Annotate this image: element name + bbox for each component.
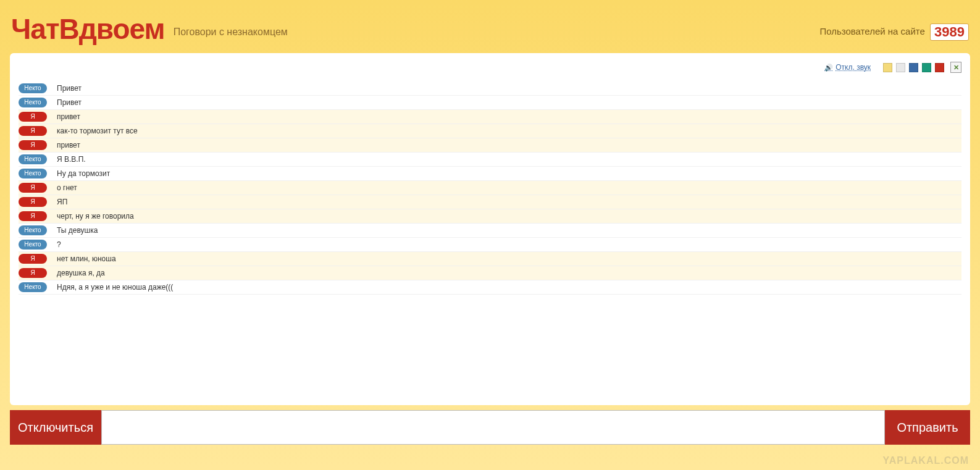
theme-swatch-yellow[interactable] (883, 63, 892, 72)
message-row: НектоПривет (19, 82, 961, 96)
close-icon[interactable]: ✕ (950, 62, 961, 73)
message-row: Яо гнет (19, 181, 961, 195)
message-text: девушка я, да (57, 269, 105, 277)
users-online: Пользователей на сайте 3989 (819, 23, 969, 41)
message-input[interactable] (101, 410, 885, 445)
chat-panel: 🔊 Откл. звук ✕ НектоПриветНектоПриветЯпр… (10, 53, 970, 405)
sender-badge-stranger: Некто (19, 282, 47, 292)
theme-swatches (883, 63, 944, 72)
send-button[interactable]: Отправить (885, 410, 970, 445)
message-text: Ну да тормозит (57, 169, 110, 178)
header: ЧатВдвоем Поговори с незнакомцем Пользов… (0, 0, 980, 53)
message-text: привет (57, 141, 80, 149)
message-text: о гнет (57, 183, 77, 192)
chat-controls: 🔊 Откл. звук ✕ (19, 59, 961, 75)
message-row: Ядевушка я, да (19, 266, 961, 280)
sender-badge-stranger: Некто (19, 83, 47, 93)
message-text: Я В.В.П. (57, 155, 86, 164)
sender-badge-me: Я (19, 183, 47, 193)
sender-badge-stranger: Некто (19, 154, 47, 164)
message-row: Ячерт, ну я же говорила (19, 209, 961, 224)
message-text: ? (57, 240, 61, 249)
speaker-icon: 🔊 (824, 64, 833, 72)
theme-swatch-blue[interactable] (909, 63, 918, 72)
theme-swatch-gray[interactable] (896, 63, 905, 72)
message-row: НектоТы девушка (19, 224, 961, 238)
message-text: Ты девушка (57, 226, 98, 235)
sender-badge-me: Я (19, 268, 47, 278)
message-text: нет млин, юноша (57, 254, 116, 263)
message-text: как-то тормозит тут все (57, 127, 138, 135)
sender-badge-me: Я (19, 254, 47, 264)
site-tagline: Поговори с незнакомцем (174, 27, 288, 38)
message-row: Япривет (19, 138, 961, 153)
message-row: НектоПривет (19, 96, 961, 110)
message-row: Некто? (19, 238, 961, 252)
watermark: YAPLAKAL.COM (883, 455, 969, 466)
sender-badge-me: Я (19, 211, 47, 221)
sender-badge-stranger: Некто (19, 225, 47, 235)
message-list: НектоПриветНектоПриветЯприветЯкак-то тор… (19, 82, 961, 295)
input-bar: Отключиться Отправить (10, 410, 970, 445)
message-text: привет (57, 112, 80, 121)
users-online-label: Пользователей на сайте (819, 26, 924, 36)
users-online-count: 3989 (930, 23, 969, 41)
message-text: ЯП (57, 198, 67, 206)
sender-badge-me: Я (19, 140, 47, 150)
message-row: НектоНдяя, а я уже и не юноша даже((( (19, 280, 961, 295)
message-row: НектоНу да тормозит (19, 167, 961, 181)
theme-swatch-red[interactable] (935, 63, 944, 72)
sender-badge-stranger: Некто (19, 98, 47, 107)
theme-swatch-teal[interactable] (922, 63, 931, 72)
sound-toggle-label: Откл. звук (836, 63, 871, 72)
message-text: черт, ну я же говорила (57, 212, 134, 220)
message-row: Янет млин, юноша (19, 252, 961, 266)
message-text: Ндяя, а я уже и не юноша даже((( (57, 283, 173, 292)
site-logo[interactable]: ЧатВдвоем (11, 12, 165, 46)
sender-badge-me: Я (19, 126, 47, 136)
sender-badge-me: Я (19, 112, 47, 122)
message-row: ЯЯП (19, 195, 961, 209)
message-text: Привет (57, 98, 82, 107)
message-text: Привет (57, 84, 82, 93)
sender-badge-me: Я (19, 197, 47, 207)
sender-badge-stranger: Некто (19, 240, 47, 250)
message-row: НектоЯ В.В.П. (19, 153, 961, 167)
message-row: Якак-то тормозит тут все (19, 124, 961, 138)
sender-badge-stranger: Некто (19, 169, 47, 178)
disconnect-button[interactable]: Отключиться (10, 410, 101, 445)
sound-toggle[interactable]: 🔊 Откл. звук (824, 63, 871, 72)
message-row: Япривет (19, 110, 961, 124)
